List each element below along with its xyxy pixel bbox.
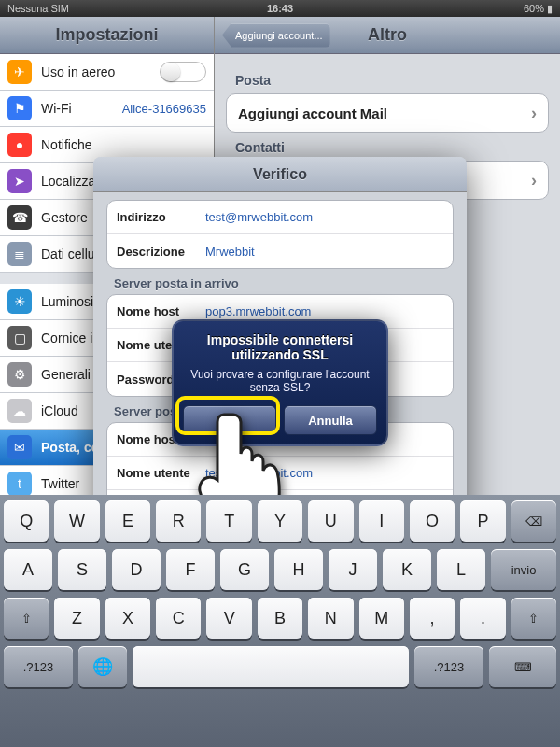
field-value[interactable]: test@mrwebbit.com [205,466,313,480]
key-f[interactable]: F [166,549,215,590]
field-value[interactable]: test@mrwebbit.com [205,210,313,224]
incoming-server-label: Server posta in arrivo [114,276,454,290]
onscreen-keyboard: QWERTYUIOP⌫ ASDFGHJKLinvio ⇧ZXCVBNM,.⇧ .… [0,495,560,747]
field-value[interactable]: Mrwebbit [205,245,255,259]
key-,[interactable]: , [410,598,455,639]
key-m[interactable]: M [359,598,404,639]
key-j[interactable]: J [329,549,377,590]
key-h[interactable]: H [274,549,323,590]
key-a[interactable]: A [4,549,52,590]
key-n[interactable]: N [308,598,353,639]
form-row[interactable]: Indirizzotest@mrwebbit.com [107,201,453,234]
key-o[interactable]: O [410,500,455,542]
key-p[interactable]: P [460,500,505,542]
key-numbers-right[interactable]: .?123 [414,646,483,687]
alert-message: Vuoi provare a configurare l'account sen… [183,368,377,394]
modal-title: Verifico [93,157,467,192]
key-backspace[interactable]: ⌫ [511,500,556,542]
key-shift[interactable]: ⇧ [4,598,49,639]
key-globe[interactable]: 🌐 [78,646,127,687]
form-row[interactable]: Nome utentetest@mrwebbit.com [107,457,453,490]
key-r[interactable]: R [156,500,201,542]
key-enter[interactable]: invio [491,549,556,590]
key-numbers[interactable]: .?123 [4,646,73,687]
key-c[interactable]: C [156,598,201,639]
field-label: Descrizione [117,245,205,259]
key-l[interactable]: L [437,549,485,590]
key-x[interactable]: X [105,598,150,639]
key-space[interactable] [133,646,409,687]
alert-title: Impossibile connettersi utilizzando SSL [183,332,377,362]
alert-cancel-button[interactable]: Annulla [284,405,377,435]
field-label: Nome host [117,304,205,318]
key-i[interactable]: I [359,500,404,542]
key-k[interactable]: K [383,549,431,590]
key-q[interactable]: Q [4,500,49,542]
key-v[interactable]: V [206,598,251,639]
key-e[interactable]: E [105,500,150,542]
alert-yes-button[interactable]: Sì [183,405,276,435]
key-t[interactable]: T [206,500,251,542]
key-.[interactable]: . [460,598,505,639]
field-value[interactable]: pop3.mrwebbit.com [205,304,311,318]
key-z[interactable]: Z [54,598,99,639]
field-label: Nome utente [117,466,205,480]
key-b[interactable]: B [258,598,302,639]
key-shift[interactable]: ⇧ [511,598,556,639]
key-g[interactable]: G [220,549,269,590]
key-hide[interactable]: ⌨ [489,646,556,687]
form-row[interactable]: DescrizioneMrwebbit [107,234,453,268]
key-s[interactable]: S [58,549,106,590]
field-label: Indirizzo [117,210,205,224]
ssl-error-alert: Impossibile connettersi utilizzando SSL … [172,319,388,446]
key-w[interactable]: W [54,500,99,542]
key-y[interactable]: Y [258,500,302,542]
key-d[interactable]: D [112,549,161,590]
key-u[interactable]: U [308,500,353,542]
